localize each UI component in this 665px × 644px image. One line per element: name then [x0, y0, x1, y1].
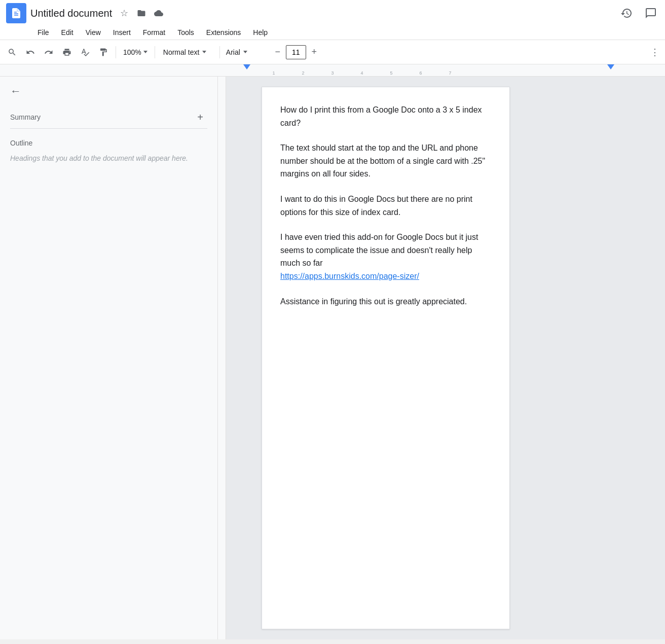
paragraph-3: I want to do this in Google Docs but the…: [280, 193, 491, 219]
font-size-decrease-btn[interactable]: −: [272, 46, 284, 58]
font-size-controls: − +: [272, 45, 320, 59]
sidebar-divider: [10, 128, 207, 129]
print-btn[interactable]: [59, 44, 75, 60]
undo-btn[interactable]: [22, 44, 39, 60]
svg-text:7: 7: [449, 70, 451, 76]
search-toolbar-btn[interactable]: [4, 44, 20, 60]
redo-btn[interactable]: [41, 44, 57, 60]
svg-text:4: 4: [360, 70, 363, 76]
star-icon[interactable]: ☆: [118, 7, 130, 19]
outline-hint: Headings that you add to the document wi…: [10, 153, 207, 164]
menu-tools[interactable]: Tools: [171, 25, 200, 40]
zoom-chevron: [143, 51, 147, 53]
font-chevron: [243, 51, 247, 53]
vertical-ruler: [218, 77, 226, 639]
paragraph-5: Assistance in figuring this out is great…: [280, 295, 491, 308]
paragraph-1: How do I print this from a Google Doc on…: [280, 103, 491, 129]
move-icon[interactable]: [135, 7, 147, 19]
comments-icon[interactable]: [643, 5, 659, 21]
cloud-icon[interactable]: [153, 7, 165, 19]
outline-title: Outline: [10, 139, 207, 147]
paint-format-btn[interactable]: [95, 44, 112, 60]
more-options-btn[interactable]: ⋮: [649, 44, 661, 60]
menu-bar: File Edit View Insert Format Tools Exten…: [6, 25, 659, 40]
paragraph-2: The text should start at the top and the…: [280, 141, 491, 181]
menu-format[interactable]: Format: [137, 25, 171, 40]
summary-add-btn[interactable]: +: [193, 110, 207, 124]
document-title[interactable]: Untitled document: [30, 8, 112, 19]
zoom-selector[interactable]: 100%: [120, 48, 151, 56]
svg-text:1: 1: [272, 70, 275, 76]
summary-section-header: Summary +: [10, 110, 207, 124]
sidebar: ← Summary + Outline Headings that you ad…: [0, 77, 218, 639]
menu-extensions[interactable]: Extensions: [200, 25, 247, 40]
svg-text:2: 2: [302, 70, 304, 76]
page-sizer-link[interactable]: https://apps.burnskids.com/page-sizer/: [280, 272, 419, 280]
ruler: 1 2 3 4 5 6 7: [0, 64, 665, 77]
svg-text:3: 3: [331, 70, 334, 76]
svg-text:6: 6: [419, 70, 422, 76]
top-right-controls: [618, 5, 659, 21]
menu-edit[interactable]: Edit: [55, 25, 80, 40]
font-selector[interactable]: Arial: [222, 46, 268, 58]
document-area[interactable]: How do I print this from a Google Doc on…: [226, 77, 665, 639]
menu-view[interactable]: View: [80, 25, 107, 40]
paragraph-4: I have even tried this add-on for Google…: [280, 231, 491, 282]
font-size-input[interactable]: [286, 45, 306, 59]
history-icon[interactable]: [618, 5, 635, 21]
menu-help[interactable]: Help: [247, 25, 274, 40]
toolbar: 100% Normal text Arial − + ⋮: [0, 40, 665, 64]
font-label: Arial: [226, 48, 240, 56]
spellcheck-btn[interactable]: [77, 44, 93, 60]
top-bar: Untitled document ☆ File Edit View Inser…: [0, 0, 665, 40]
document-page[interactable]: How do I print this from a Google Doc on…: [262, 87, 510, 629]
content-area: ← Summary + Outline Headings that you ad…: [0, 77, 665, 639]
style-selector[interactable]: Normal text: [159, 46, 220, 58]
paragraph-4-text: I have even tried this add-on for Google…: [280, 233, 478, 267]
menu-file[interactable]: File: [31, 25, 55, 40]
sidebar-back-btn[interactable]: ←: [10, 85, 21, 98]
summary-title: Summary: [10, 113, 41, 121]
menu-insert[interactable]: Insert: [107, 25, 137, 40]
style-chevron: [202, 51, 206, 53]
svg-text:5: 5: [390, 70, 392, 76]
doc-app-icon: [6, 3, 26, 23]
style-label: Normal text: [163, 48, 200, 56]
font-size-increase-btn[interactable]: +: [308, 46, 320, 58]
toolbar-sep-1: [116, 46, 116, 58]
toolbar-sep-2: [155, 46, 155, 58]
title-icons: ☆: [118, 7, 165, 19]
